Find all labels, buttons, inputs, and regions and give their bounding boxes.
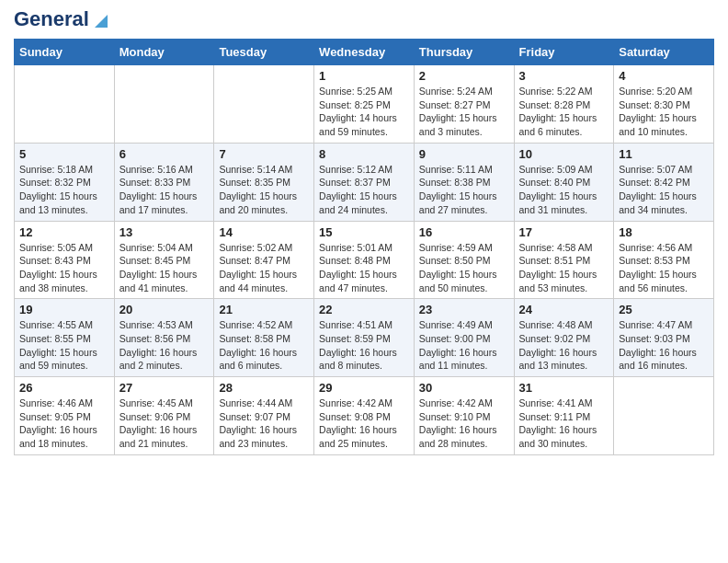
day-number: 26 [19,381,109,395]
day-number: 15 [319,225,409,239]
calendar-cell [214,65,314,144]
day-number: 16 [419,225,509,239]
calendar-cell: 3Sunrise: 5:22 AM Sunset: 8:28 PM Daylig… [514,65,614,144]
calendar-cell: 14Sunrise: 5:02 AM Sunset: 8:47 PM Dayli… [214,221,314,299]
day-header-sunday: Sunday [15,40,115,65]
calendar-cell: 30Sunrise: 4:42 AM Sunset: 9:10 PM Dayli… [414,377,514,455]
calendar-cell: 31Sunrise: 4:41 AM Sunset: 9:11 PM Dayli… [514,377,614,455]
day-info: Sunrise: 5:01 AM Sunset: 8:48 PM Dayligh… [319,241,409,295]
calendar-cell: 23Sunrise: 4:49 AM Sunset: 9:00 PM Dayli… [414,299,514,377]
day-number: 21 [219,303,309,316]
day-number: 17 [519,225,609,239]
calendar-cell: 4Sunrise: 5:20 AM Sunset: 8:30 PM Daylig… [614,65,714,144]
day-number: 4 [619,69,709,83]
day-info: Sunrise: 4:46 AM Sunset: 9:05 PM Dayligh… [19,396,109,451]
day-info: Sunrise: 4:56 AM Sunset: 8:53 PM Dayligh… [619,241,709,295]
day-info: Sunrise: 5:09 AM Sunset: 8:40 PM Dayligh… [519,163,609,217]
day-info: Sunrise: 5:04 AM Sunset: 8:45 PM Dayligh… [119,241,210,295]
calendar-cell: 8Sunrise: 5:12 AM Sunset: 8:37 PM Daylig… [314,143,415,221]
calendar-cell: 28Sunrise: 4:44 AM Sunset: 9:07 PM Dayli… [214,377,314,455]
day-number: 23 [419,303,509,316]
calendar-cell: 18Sunrise: 4:56 AM Sunset: 8:53 PM Dayli… [614,221,714,299]
week-row-5: 26Sunrise: 4:46 AM Sunset: 9:05 PM Dayli… [15,377,714,455]
calendar-cell: 12Sunrise: 5:05 AM Sunset: 8:43 PM Dayli… [15,221,115,299]
day-info: Sunrise: 5:02 AM Sunset: 8:47 PM Dayligh… [219,241,309,295]
day-number: 31 [519,381,609,395]
day-info: Sunrise: 5:20 AM Sunset: 8:30 PM Dayligh… [619,85,709,139]
day-number: 8 [319,147,409,161]
calendar-cell [114,65,214,144]
day-info: Sunrise: 4:59 AM Sunset: 8:50 PM Dayligh… [419,241,509,295]
day-info: Sunrise: 4:49 AM Sunset: 9:00 PM Dayligh… [419,318,509,373]
day-number: 3 [519,69,609,83]
calendar-cell: 29Sunrise: 4:42 AM Sunset: 9:08 PM Dayli… [314,377,415,455]
calendar-cell: 20Sunrise: 4:53 AM Sunset: 8:56 PM Dayli… [114,299,214,377]
day-header-monday: Monday [114,40,214,65]
week-row-3: 12Sunrise: 5:05 AM Sunset: 8:43 PM Dayli… [15,221,714,299]
day-info: Sunrise: 5:11 AM Sunset: 8:38 PM Dayligh… [419,163,509,217]
day-number: 20 [119,303,210,316]
calendar-cell: 17Sunrise: 4:58 AM Sunset: 8:51 PM Dayli… [514,221,614,299]
day-info: Sunrise: 5:25 AM Sunset: 8:25 PM Dayligh… [319,85,409,139]
page-header: General [14,9,714,31]
day-number: 29 [319,381,409,395]
day-number: 11 [619,147,709,161]
calendar-cell: 2Sunrise: 5:24 AM Sunset: 8:27 PM Daylig… [414,65,514,144]
day-number: 13 [119,225,210,239]
week-row-1: 1Sunrise: 5:25 AM Sunset: 8:25 PM Daylig… [15,65,714,144]
day-header-tuesday: Tuesday [214,40,314,65]
day-info: Sunrise: 5:07 AM Sunset: 8:42 PM Dayligh… [619,163,709,217]
week-row-4: 19Sunrise: 4:55 AM Sunset: 8:55 PM Dayli… [15,299,714,377]
calendar-cell: 9Sunrise: 5:11 AM Sunset: 8:38 PM Daylig… [414,143,514,221]
calendar-cell: 15Sunrise: 5:01 AM Sunset: 8:48 PM Dayli… [314,221,415,299]
day-info: Sunrise: 4:52 AM Sunset: 8:58 PM Dayligh… [219,318,309,373]
calendar-cell [614,377,714,455]
day-number: 24 [519,303,609,316]
day-info: Sunrise: 5:22 AM Sunset: 8:28 PM Dayligh… [519,85,609,139]
calendar-cell: 6Sunrise: 5:16 AM Sunset: 8:33 PM Daylig… [114,143,214,221]
day-number: 22 [319,303,409,316]
calendar-cell: 10Sunrise: 5:09 AM Sunset: 8:40 PM Dayli… [514,143,614,221]
calendar-table: SundayMondayTuesdayWednesdayThursdayFrid… [14,39,714,455]
day-info: Sunrise: 5:14 AM Sunset: 8:35 PM Dayligh… [219,163,309,217]
day-number: 12 [19,225,109,239]
day-number: 25 [619,303,709,316]
calendar-cell: 5Sunrise: 5:18 AM Sunset: 8:32 PM Daylig… [15,143,115,221]
calendar-cell: 7Sunrise: 5:14 AM Sunset: 8:35 PM Daylig… [214,143,314,221]
day-number: 30 [419,381,509,395]
day-number: 5 [19,147,109,161]
day-info: Sunrise: 5:24 AM Sunset: 8:27 PM Dayligh… [419,85,509,139]
day-header-thursday: Thursday [414,40,514,65]
day-number: 6 [119,147,210,161]
day-number: 27 [119,381,210,395]
calendar-cell: 26Sunrise: 4:46 AM Sunset: 9:05 PM Dayli… [15,377,115,455]
calendar-cell: 24Sunrise: 4:48 AM Sunset: 9:02 PM Dayli… [514,299,614,377]
calendar-header-row: SundayMondayTuesdayWednesdayThursdayFrid… [15,40,714,65]
day-info: Sunrise: 5:12 AM Sunset: 8:37 PM Dayligh… [319,163,409,217]
calendar-cell: 25Sunrise: 4:47 AM Sunset: 9:03 PM Dayli… [614,299,714,377]
calendar-cell: 11Sunrise: 5:07 AM Sunset: 8:42 PM Dayli… [614,143,714,221]
week-row-2: 5Sunrise: 5:18 AM Sunset: 8:32 PM Daylig… [15,143,714,221]
day-info: Sunrise: 5:16 AM Sunset: 8:33 PM Dayligh… [119,163,210,217]
logo-icon [91,11,111,31]
day-info: Sunrise: 5:05 AM Sunset: 8:43 PM Dayligh… [19,241,109,295]
day-number: 7 [219,147,309,161]
day-number: 14 [219,225,309,239]
day-info: Sunrise: 4:45 AM Sunset: 9:06 PM Dayligh… [119,396,210,451]
svg-marker-0 [95,15,108,28]
day-number: 28 [219,381,309,395]
day-number: 1 [319,69,409,83]
calendar-cell: 16Sunrise: 4:59 AM Sunset: 8:50 PM Dayli… [414,221,514,299]
day-header-friday: Friday [514,40,614,65]
day-header-wednesday: Wednesday [314,40,415,65]
day-info: Sunrise: 4:48 AM Sunset: 9:02 PM Dayligh… [519,318,609,373]
day-number: 18 [619,225,709,239]
calendar-cell: 22Sunrise: 4:51 AM Sunset: 8:59 PM Dayli… [314,299,415,377]
day-info: Sunrise: 4:58 AM Sunset: 8:51 PM Dayligh… [519,241,609,295]
day-number: 9 [419,147,509,161]
calendar-cell: 13Sunrise: 5:04 AM Sunset: 8:45 PM Dayli… [114,221,214,299]
day-number: 10 [519,147,609,161]
calendar-cell: 1Sunrise: 5:25 AM Sunset: 8:25 PM Daylig… [314,65,415,144]
day-header-saturday: Saturday [614,40,714,65]
calendar-cell [15,65,115,144]
